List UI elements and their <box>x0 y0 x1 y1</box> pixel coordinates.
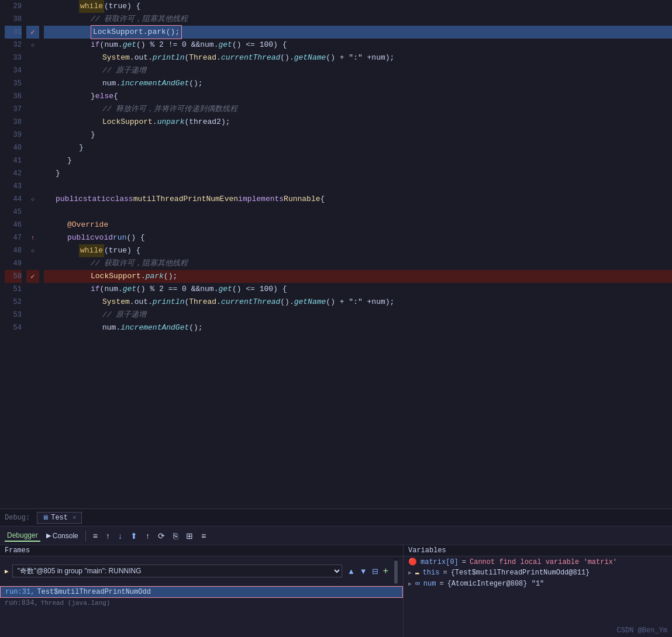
debug-toolbar: Debugger ▶Console ≡ ↑ ↓ ⬆ ↑ ⟳ <box>0 527 672 545</box>
gutter-empty-52 <box>26 296 39 309</box>
gutter-empty-51 <box>26 283 39 296</box>
code-line-37: // 释放许可，并将许可传递到偶数线程 <box>44 103 672 116</box>
stack-frame-1-class: Test$mutilThreadPrintNumOdd <box>37 588 150 596</box>
line-number-51: 51 <box>5 283 22 296</box>
stack-frame-2[interactable]: run:834, Thread (java.lang) <box>0 598 403 608</box>
code-line-41: } <box>44 154 672 167</box>
code-line-46: @Override <box>44 219 672 231</box>
code-line-35: num.incrementAndGet(); <box>44 77 672 90</box>
gutter-empty-35 <box>26 77 39 90</box>
line-number-53: 53 <box>5 309 22 321</box>
step-out-button[interactable]: ⬆ <box>128 530 140 542</box>
fold-48[interactable]: ◇ <box>26 244 39 257</box>
gutter-empty-42 <box>26 167 39 180</box>
code-line-30: // 获取许可，阻塞其他线程 <box>44 13 672 26</box>
stack-frame-1-method: run:31, <box>5 588 35 596</box>
frames-button[interactable]: ⊞ <box>184 530 195 542</box>
settings-button[interactable]: ≡ <box>199 530 208 542</box>
var-row-num[interactable]: ▶ ∞ num = {AtomicInteger@808} "1" <box>404 578 672 589</box>
var-eq-num: = <box>439 580 443 588</box>
line-numbers: 2930313233343536373839404142434445464748… <box>0 0 26 508</box>
line-number-29: 29 <box>5 0 22 13</box>
run-to-cursor-icon: ↑ <box>146 531 150 541</box>
variables-panel: Variables 🔴 matrix[0] = Cannot find loca… <box>404 545 672 637</box>
var-row-this[interactable]: ▶ ▬ this = {Test$mutilThreadPrintNumOdd@… <box>404 567 672 578</box>
line-number-30: 30 <box>5 13 22 26</box>
fold-44[interactable]: ◇ <box>26 193 39 206</box>
step-into-icon: ↓ <box>118 531 122 541</box>
var-row-matrix: 🔴 matrix[0] = Cannot find local variable… <box>404 556 672 567</box>
drop-frame-icon: ⎘ <box>173 531 178 541</box>
line-number-31: 31 <box>5 26 22 39</box>
gutter-empty-45 <box>26 206 39 219</box>
line-number-33: 33 <box>5 51 22 64</box>
step-over-button[interactable]: ↑ <box>104 530 112 542</box>
thread-up-button[interactable]: ▲ <box>346 566 357 576</box>
frames-scrollbar[interactable] <box>394 558 398 584</box>
line-number-42: 42 <box>5 167 22 180</box>
debug-tab-name: Test <box>51 514 68 522</box>
var-val-matrix: Cannot find local variable 'matrix' <box>470 558 617 566</box>
debugger-tab-button[interactable]: Debugger <box>5 530 40 542</box>
line-number-52: 52 <box>5 296 22 309</box>
var-icon-this: ▬ <box>415 569 419 576</box>
gutter-empty-46 <box>26 219 39 231</box>
drop-frame-button[interactable]: ⎘ <box>171 530 180 542</box>
var-error-icon: 🔴 <box>408 558 417 566</box>
var-expand-this[interactable]: ▶ <box>408 569 412 576</box>
stack-frame-1[interactable]: run:31, Test$mutilThreadPrintNumOdd <box>0 586 403 598</box>
gutter-empty-29 <box>26 0 39 13</box>
code-line-48: while (true) { <box>44 244 672 257</box>
code-line-44: public static class mutilThreadPrintNumE… <box>44 193 672 206</box>
run-to-cursor-button[interactable]: ↑ <box>143 530 152 542</box>
var-expand-num[interactable]: ▶ <box>408 580 412 587</box>
var-name-num: num <box>423 580 436 588</box>
line-number-44: 44 <box>5 193 22 206</box>
debug-content: Frames ▶ "奇数"@805 in group "main": RUNNI… <box>0 545 672 637</box>
editor-area: 2930313233343536373839404142434445464748… <box>0 0 672 508</box>
stack-frame-2-src: Thread (java.lang) <box>41 600 111 607</box>
thread-down-button[interactable]: ▼ <box>358 566 369 576</box>
code-line-31: LockSupport.park(); <box>44 26 672 39</box>
frames-icon: ⊞ <box>186 531 193 541</box>
line-number-38: 38 <box>5 116 22 129</box>
gutter-empty-43 <box>26 180 39 193</box>
resume-icon: ≡ <box>93 531 98 541</box>
line-number-43: 43 <box>5 180 22 193</box>
resume-button[interactable]: ≡ <box>91 530 100 542</box>
step-out-icon: ⬆ <box>130 531 137 541</box>
debug-tab-icon: 🖥 <box>42 514 49 521</box>
console-tab-button[interactable]: ▶Console <box>44 531 81 541</box>
debug-tab-bar: Debug: 🖥 Test × <box>0 509 672 527</box>
code-line-40: } <box>44 141 672 154</box>
breakpoint-31[interactable]: ✓ <box>26 26 39 39</box>
settings-icon: ≡ <box>201 531 206 541</box>
gutter-empty-54 <box>26 321 39 334</box>
fold-32[interactable]: ◇ <box>26 39 39 51</box>
code-line-50: LockSupport.park(); <box>44 270 672 283</box>
code-line-32: if (num.get() % 2 != 0 && num.get() <= 1… <box>44 39 672 51</box>
scroll-thumb <box>394 560 398 584</box>
debug-tab-close[interactable]: × <box>73 514 77 521</box>
evaluate-button[interactable]: ⟳ <box>156 530 167 542</box>
step-into-button[interactable]: ↓ <box>116 530 125 542</box>
step-over-icon: ↑ <box>106 531 110 541</box>
debug-tab-test[interactable]: 🖥 Test × <box>37 512 81 524</box>
line-number-48: 48 <box>5 244 22 257</box>
code-line-42: } <box>44 167 672 180</box>
line-number-54: 54 <box>5 321 22 334</box>
thread-add-button[interactable]: + <box>381 566 390 576</box>
debug-panel: Debug: 🖥 Test × Debugger ▶Console ≡ ↑ ↓ <box>0 508 672 637</box>
code-line-43 <box>44 180 672 193</box>
code-line-49: // 获取许可，阻塞其他线程 <box>44 257 672 270</box>
code-line-33: System.out.println(Thread.currentThread(… <box>44 51 672 64</box>
code-line-54: num.incrementAndGet(); <box>44 321 672 334</box>
breakpoint-arrow-47[interactable]: ↑ <box>26 231 39 244</box>
thread-selector[interactable]: "奇数"@805 in group "main": RUNNING <box>12 565 342 577</box>
thread-filter-button[interactable]: ⊟ <box>370 566 380 576</box>
var-val-this: {Test$mutilThreadPrintNumOdd@811} <box>451 569 590 577</box>
breakpoint-50[interactable]: ✓ <box>26 270 39 283</box>
gutter-empty-38 <box>26 116 39 129</box>
gutter-empty-39 <box>26 129 39 141</box>
gutter-empty-40 <box>26 141 39 154</box>
